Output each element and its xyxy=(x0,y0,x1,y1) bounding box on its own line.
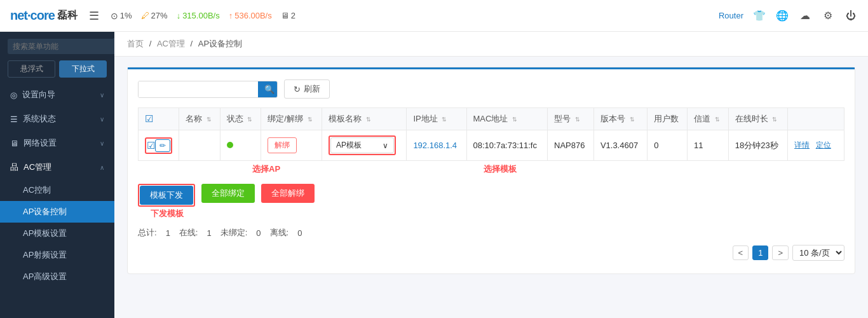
bottom-actions: 模板下发 全部绑定 全部解绑 xyxy=(138,184,844,207)
breadcrumb-parent[interactable]: AC管理 xyxy=(157,39,185,48)
ac-management-arrow: ∧ xyxy=(100,164,104,171)
table-row: ☑ ✏ 解绑 xyxy=(139,130,844,161)
download-stat: ↓ 315.00B/s xyxy=(177,11,220,20)
ip-link[interactable]: 192.168.1.4 xyxy=(413,141,457,150)
download-icon: ↓ xyxy=(177,11,181,20)
sidebar-menu: ◎ 设置向导 ∨ ☰ 系统状态 ∨ 🖥 网络设置 ∨ xyxy=(0,83,114,318)
row-actions: 详情 定位 xyxy=(788,130,844,161)
sidebar-item-ap-advanced-settings[interactable]: AP高级设置 xyxy=(0,266,114,287)
th-users: 用户数 xyxy=(648,108,688,130)
settings-guide-arrow: ∨ xyxy=(100,92,104,99)
row-online-time: 18分钟23秒 xyxy=(728,130,787,161)
online-value: 1 xyxy=(207,228,211,238)
version-sort-icon[interactable]: ⇅ xyxy=(630,116,635,123)
locate-link[interactable]: 定位 xyxy=(816,141,831,149)
table-body: ☑ ✏ 解绑 xyxy=(139,130,844,161)
annotations-area: 选择AP 选择模板 xyxy=(138,163,844,175)
tab-dropdown[interactable]: 下拉式 xyxy=(59,60,107,78)
shirt-icon[interactable]: 👕 xyxy=(752,9,766,23)
bind-all-button[interactable]: 全部绑定 xyxy=(201,184,255,203)
row-checkbox[interactable]: ☑ xyxy=(147,140,155,151)
sidebar-tabs: 悬浮式 下拉式 xyxy=(0,60,114,83)
cpu-value: 1% xyxy=(120,11,132,20)
router-label[interactable]: Router xyxy=(719,11,743,20)
network-settings-label: 网络设置 xyxy=(24,137,57,149)
deploy-template-text: 下发模板 xyxy=(151,209,184,218)
model-sort-icon[interactable]: ⇅ xyxy=(575,116,580,123)
template-sort-icon[interactable]: ⇅ xyxy=(366,116,371,123)
template-select-box: AP模板 ∨ xyxy=(329,135,396,155)
row-users: 0 xyxy=(648,130,688,161)
cloud-icon[interactable]: ☁ xyxy=(798,9,812,23)
th-name: 名称 ⇅ xyxy=(179,108,220,130)
power-icon[interactable]: ⏻ xyxy=(844,9,858,23)
sidebar-item-network-settings[interactable]: 🖥 网络设置 ∨ xyxy=(0,131,114,155)
online-label: 在线: xyxy=(179,227,198,238)
sidebar-item-system-status[interactable]: ☰ 系统状态 ∨ xyxy=(0,107,114,131)
refresh-button[interactable]: ↻ 刷新 xyxy=(284,80,330,99)
row-checkbox-box: ☑ ✏ xyxy=(145,137,172,154)
row-model: NAP876 xyxy=(548,130,594,161)
logo-brand: 磊科 xyxy=(57,9,78,22)
offline-value: 0 xyxy=(297,228,302,238)
cpu-stat: ⊙ 1% xyxy=(111,11,132,21)
search-input[interactable] xyxy=(8,39,113,54)
template-select-dropdown[interactable]: AP模板 ∨ xyxy=(330,137,394,153)
select-all-checkbox[interactable]: ☑ xyxy=(145,113,153,124)
page-card-header xyxy=(128,67,855,69)
network-settings-icon: 🖥 xyxy=(10,139,18,148)
system-status-arrow: ∨ xyxy=(100,116,104,123)
bind-sort-icon[interactable]: ⇅ xyxy=(308,116,313,123)
sidebar-item-ac-management[interactable]: 品 AC管理 ∧ xyxy=(0,155,114,179)
breadcrumb-home[interactable]: 首页 xyxy=(127,39,144,48)
topbar-right: Router 👕 🌐 ☁ ⚙ ⏻ xyxy=(719,9,858,23)
tab-float[interactable]: 悬浮式 xyxy=(8,60,55,78)
mac-sort-icon[interactable]: ⇅ xyxy=(512,116,517,123)
content-area: 首页 / AC管理 / AP设备控制 🔍 ↻ 刷新 xyxy=(114,32,868,318)
sidebar-item-settings-guide[interactable]: ◎ 设置向导 ∨ xyxy=(0,83,114,107)
topbar-left: net·core 磊科 ☰ ⊙ 1% 🖊 27% ↓ 315.00B/s ↑ 5… xyxy=(10,8,295,23)
ac-management-icon: 品 xyxy=(10,162,18,173)
unbound-value: 0 xyxy=(256,228,261,238)
search-submit-button[interactable]: 🔍 xyxy=(258,81,278,97)
unbind-button[interactable]: 解绑 xyxy=(268,137,297,153)
table-search-input[interactable] xyxy=(139,81,258,97)
gear-icon[interactable]: ⚙ xyxy=(821,9,835,23)
sidebar-item-ac-control[interactable]: AC控制 xyxy=(0,179,114,201)
sidebar-search-area: 🔍 xyxy=(0,32,114,60)
menu-toggle-icon[interactable]: ☰ xyxy=(89,9,99,23)
detail-link[interactable]: 详情 xyxy=(794,141,810,149)
status-sort-icon[interactable]: ⇅ xyxy=(247,116,252,123)
breadcrumb-sep2: / xyxy=(191,39,193,48)
sidebar-item-ap-template-settings[interactable]: AP模板设置 xyxy=(0,223,114,244)
devices-stat: 🖥 2 xyxy=(281,11,295,20)
logo-text: net·core xyxy=(10,8,55,23)
deploy-button[interactable]: 模板下发 xyxy=(140,186,193,205)
ip-sort-icon[interactable]: ⇅ xyxy=(442,116,447,123)
th-channel: 信道 ⇅ xyxy=(688,108,729,130)
total-value: 1 xyxy=(166,228,170,238)
th-model: 型号 ⇅ xyxy=(548,108,594,130)
next-page-button[interactable]: > xyxy=(772,245,789,260)
edit-button[interactable]: ✏ xyxy=(155,139,170,152)
channel-sort-icon[interactable]: ⇅ xyxy=(715,116,720,123)
current-page-button[interactable]: 1 xyxy=(752,245,768,260)
content-body: 🔍 ↻ 刷新 ☑ xyxy=(114,57,868,318)
th-online-time: 在线时长 ⇅ xyxy=(728,108,787,130)
row-bind: 解绑 xyxy=(261,130,322,161)
total-label: 总计: xyxy=(138,227,157,238)
sidebar-item-ap-device-control[interactable]: AP设备控制 xyxy=(0,201,114,223)
prev-page-button[interactable]: < xyxy=(733,245,749,260)
online-time-sort-icon[interactable]: ⇅ xyxy=(772,116,777,123)
row-channel: 11 xyxy=(688,130,729,161)
name-sort-icon[interactable]: ⇅ xyxy=(207,116,212,123)
network-settings-arrow: ∨ xyxy=(100,140,104,147)
unbind-all-button[interactable]: 全部解绑 xyxy=(261,184,315,203)
sidebar-item-ap-radio-settings[interactable]: AP射频设置 xyxy=(0,244,114,266)
search-input-wrap: 🔍 xyxy=(138,81,278,98)
main-layout: 🔍 悬浮式 下拉式 ◎ 设置向导 ∨ ☰ 系统状态 ∨ xyxy=(0,32,868,318)
deploy-button-box: 模板下发 xyxy=(138,184,195,207)
globe-icon[interactable]: 🌐 xyxy=(775,9,789,23)
page-size-select[interactable]: 10 条/页 xyxy=(792,245,844,261)
monitor-icon: 🖥 xyxy=(281,11,289,20)
